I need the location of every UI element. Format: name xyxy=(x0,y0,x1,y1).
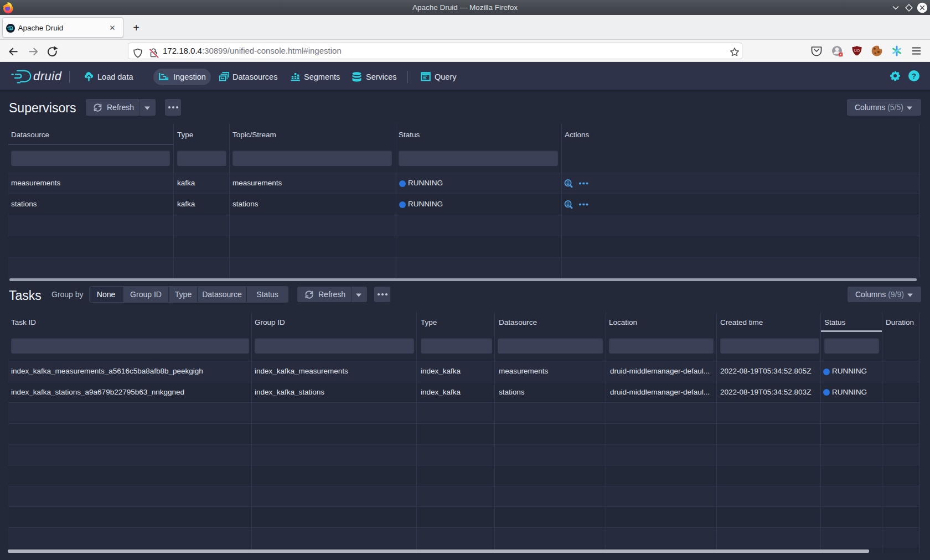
svg-text:UO: UO xyxy=(854,49,860,53)
svg-text:?: ? xyxy=(912,72,916,80)
